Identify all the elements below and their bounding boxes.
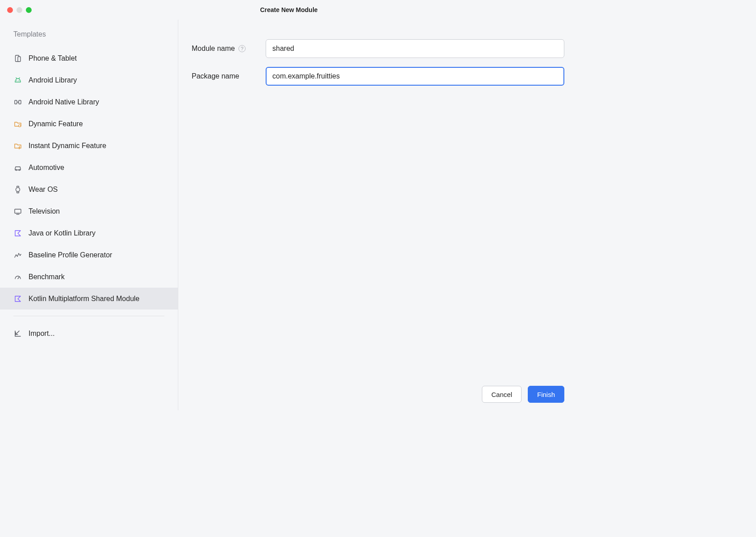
footer: Cancel Finish <box>0 378 578 410</box>
svg-point-2 <box>16 80 17 81</box>
template-item-label: Phone & Tablet <box>29 54 77 62</box>
kotlin-icon <box>13 294 22 303</box>
template-item-label: Dynamic Feature <box>29 120 83 128</box>
template-item-android-native-library[interactable]: Android Native Library <box>0 91 178 113</box>
templates-sidebar: Templates Phone & TabletAndroid LibraryA… <box>0 20 178 410</box>
template-item-label: Baseline Profile Generator <box>29 251 112 259</box>
finish-button[interactable]: Finish <box>528 386 564 403</box>
template-item-label: Television <box>29 207 60 215</box>
template-item-baseline-profile-generator[interactable]: Baseline Profile Generator <box>0 244 178 266</box>
native-icon <box>13 98 22 107</box>
template-item-java-or-kotlin-library[interactable]: Java or Kotlin Library <box>0 222 178 244</box>
help-icon[interactable]: ? <box>238 45 246 52</box>
profile-icon <box>13 251 22 260</box>
tv-icon <box>13 207 22 216</box>
template-item-dynamic-feature[interactable]: Dynamic Feature <box>0 113 178 135</box>
svg-rect-6 <box>15 100 17 104</box>
svg-point-10 <box>16 169 17 170</box>
template-item-label: Instant Dynamic Feature <box>29 142 106 150</box>
folder-bolt-icon <box>13 141 22 150</box>
android-icon <box>13 76 22 85</box>
template-item-label: Wear OS <box>29 186 58 194</box>
template-item-label: Kotlin Multiplatform Shared Module <box>29 295 140 303</box>
template-item-label: Android Native Library <box>29 98 99 106</box>
template-item-kotlin-multiplatform-shared-module[interactable]: Kotlin Multiplatform Shared Module <box>0 288 178 310</box>
sidebar-divider <box>13 316 164 316</box>
car-icon <box>13 163 22 172</box>
package-name-input[interactable] <box>266 67 564 86</box>
folder-gear-icon <box>13 120 22 128</box>
template-item-label: Benchmark <box>29 273 65 281</box>
template-item-label: Automotive <box>29 164 64 172</box>
svg-point-11 <box>19 169 20 170</box>
template-item-label: Android Library <box>29 76 77 84</box>
template-item-automotive[interactable]: Automotive <box>0 157 178 178</box>
svg-line-5 <box>19 78 20 79</box>
template-item-label: Java or Kotlin Library <box>29 229 95 237</box>
svg-line-15 <box>18 277 19 279</box>
sidebar-header: Templates <box>0 30 178 47</box>
svg-line-4 <box>16 78 17 79</box>
module-name-label: Module name ? <box>192 45 266 53</box>
template-item-instant-dynamic-feature[interactable]: Instant Dynamic Feature <box>0 135 178 157</box>
close-window-button[interactable] <box>7 7 13 13</box>
window-title: Create New Module <box>260 6 317 13</box>
template-item-benchmark[interactable]: Benchmark <box>0 266 178 288</box>
cancel-button[interactable]: Cancel <box>482 386 522 403</box>
svg-rect-1 <box>18 57 21 62</box>
svg-point-9 <box>19 124 21 127</box>
kotlin-icon <box>13 229 22 238</box>
watch-icon <box>13 185 22 194</box>
template-item-phone-tablet[interactable]: Phone & Tablet <box>0 47 178 69</box>
phone-tablet-icon <box>13 54 22 63</box>
gauge-icon <box>13 273 22 281</box>
template-item-television[interactable]: Television <box>0 200 178 222</box>
module-name-input[interactable] <box>266 39 564 58</box>
template-item-android-library[interactable]: Android Library <box>0 69 178 91</box>
svg-rect-13 <box>15 209 21 213</box>
form-panel: Module name ? Package name <box>178 20 578 410</box>
package-name-label: Package name <box>192 72 266 80</box>
svg-point-12 <box>16 187 20 191</box>
window-controls <box>7 7 32 13</box>
maximize-window-button[interactable] <box>26 7 32 13</box>
import-item[interactable]: Import... <box>0 322 178 344</box>
minimize-window-button[interactable] <box>16 7 22 13</box>
titlebar: Create New Module <box>0 0 578 20</box>
template-list: Phone & TabletAndroid LibraryAndroid Nat… <box>0 47 178 310</box>
import-icon <box>13 329 22 338</box>
template-item-wear-os[interactable]: Wear OS <box>0 178 178 200</box>
svg-rect-7 <box>19 100 21 104</box>
import-label: Import... <box>29 330 55 338</box>
svg-point-3 <box>19 80 20 81</box>
